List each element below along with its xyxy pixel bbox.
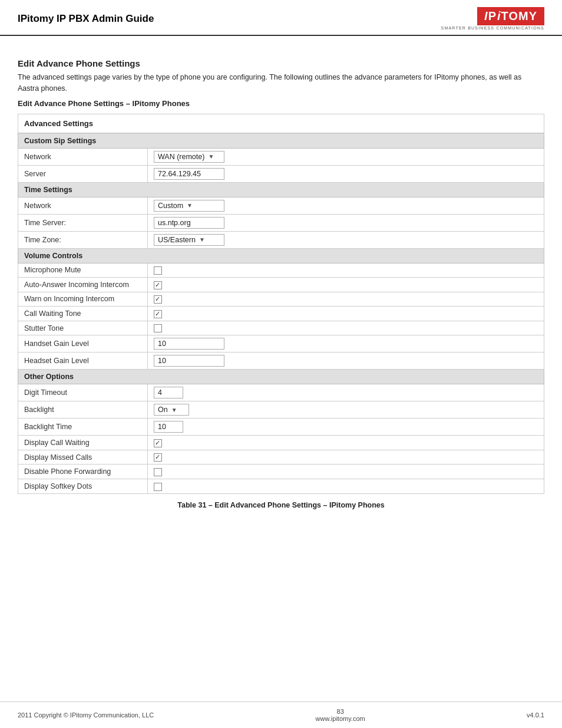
- page-header: IPitomy IP PBX Admin Guide I P i TOMY SM…: [0, 0, 562, 36]
- stutter-tone-checkbox[interactable]: [154, 324, 162, 332]
- table-row: Microphone Mute: [18, 263, 544, 278]
- table-row: Stutter Tone: [18, 321, 544, 335]
- field-value-microphone-mute: [148, 263, 544, 278]
- field-label-server: Server: [18, 165, 148, 182]
- section-title: Edit Advance Phone Settings: [18, 58, 544, 68]
- footer-center: 83 www.ipitomy.com: [316, 708, 365, 722]
- content-area: Edit Advance Phone Settings The advanced…: [0, 36, 562, 701]
- field-value-backlight-time: 10: [148, 419, 544, 436]
- field-label-disable-forwarding: Disable Phone Forwarding: [18, 465, 148, 479]
- field-value-time-zone: US/Eastern ▼: [148, 231, 544, 248]
- field-label-warn-intercom: Warn on Incoming Intercom: [18, 292, 148, 307]
- field-label-time-zone: Time Zone:: [18, 231, 148, 248]
- field-label-time-server: Time Server:: [18, 214, 148, 231]
- field-label-network-sip: Network: [18, 148, 148, 165]
- field-label-microphone-mute: Microphone Mute: [18, 263, 148, 278]
- field-value-display-softkey-dots: [148, 479, 544, 494]
- group-label-other-options: Other Options: [18, 370, 544, 384]
- field-value-backlight: On ▼: [148, 401, 544, 419]
- field-value-disable-forwarding: [148, 465, 544, 479]
- section-description: The advanced settings page varies by the…: [18, 72, 544, 94]
- group-header-custom-sip: Custom Sip Settings: [18, 133, 544, 149]
- table-row: Display Softkey Dots: [18, 479, 544, 494]
- handset-gain-input[interactable]: 10: [154, 338, 224, 350]
- table-row: Warn on Incoming Intercom: [18, 292, 544, 307]
- table-title-row: Advanced Settings: [18, 114, 544, 133]
- server-input[interactable]: 72.64.129.45: [154, 168, 224, 180]
- table-row: Backlight Time 10: [18, 419, 544, 436]
- table-row: Headset Gain Level 10: [18, 353, 544, 370]
- field-label-display-softkey-dots: Display Softkey Dots: [18, 479, 148, 494]
- dropdown-arrow-icon: ▼: [171, 407, 177, 413]
- group-label-custom-sip: Custom Sip Settings: [18, 133, 544, 149]
- call-waiting-tone-checkbox[interactable]: [154, 310, 162, 318]
- table-title: Advanced Settings: [18, 114, 544, 133]
- field-value-network-sip: WAN (remote) ▼: [148, 148, 544, 165]
- field-value-call-waiting-tone: [148, 307, 544, 321]
- field-value-time-server: us.ntp.org: [148, 214, 544, 231]
- field-label-stutter-tone: Stutter Tone: [18, 321, 148, 335]
- field-label-handset-gain: Handset Gain Level: [18, 335, 148, 353]
- table-caption: Table 31 – Edit Advanced Phone Settings …: [18, 501, 544, 509]
- table-row: Time Zone: US/Eastern ▼: [18, 231, 544, 248]
- field-label-display-missed-calls: Display Missed Calls: [18, 450, 148, 465]
- field-value-warn-intercom: [148, 292, 544, 307]
- display-call-waiting-checkbox[interactable]: [154, 439, 162, 447]
- table-row: Display Call Waiting: [18, 436, 544, 450]
- table-row: Display Missed Calls: [18, 450, 544, 465]
- backlight-select[interactable]: On ▼: [154, 404, 189, 416]
- dropdown-arrow-icon: ▼: [199, 236, 205, 243]
- field-label-digit-timeout: Digit Timeout: [18, 384, 148, 401]
- warn-intercom-checkbox[interactable]: [154, 295, 162, 304]
- display-missed-calls-checkbox[interactable]: [154, 453, 162, 462]
- table-row: Auto-Answer Incoming Intercom: [18, 278, 544, 292]
- field-label-call-waiting-tone: Call Waiting Tone: [18, 307, 148, 321]
- headset-gain-input[interactable]: 10: [154, 355, 224, 367]
- field-value-handset-gain: 10: [148, 335, 544, 353]
- disable-forwarding-checkbox[interactable]: [154, 468, 162, 476]
- table-row: Backlight On ▼: [18, 401, 544, 419]
- time-zone-select[interactable]: US/Eastern ▼: [154, 234, 224, 246]
- auto-answer-checkbox[interactable]: [154, 281, 162, 289]
- table-row: Network Custom ▼: [18, 197, 544, 214]
- settings-table: Advanced Settings Custom Sip Settings Ne…: [18, 114, 544, 494]
- table-row: Digit Timeout 4: [18, 384, 544, 401]
- logo-tagline: SMARTER BUSINESS COMMUNICATIONS: [441, 26, 544, 30]
- field-label-backlight-time: Backlight Time: [18, 419, 148, 436]
- field-label-backlight: Backlight: [18, 401, 148, 419]
- field-label-display-call-waiting: Display Call Waiting: [18, 436, 148, 450]
- field-label-headset-gain: Headset Gain Level: [18, 353, 148, 370]
- logo-container: I P i TOMY SMARTER BUSINESS COMMUNICATIO…: [441, 7, 544, 30]
- backlight-time-input[interactable]: 10: [154, 421, 183, 433]
- footer-page-number: 83: [316, 708, 365, 715]
- field-label-network-time: Network: [18, 197, 148, 214]
- field-value-auto-answer: [148, 278, 544, 292]
- field-value-server: 72.64.129.45: [148, 165, 544, 182]
- table-row: Server 72.64.129.45: [18, 165, 544, 182]
- field-value-display-call-waiting: [148, 436, 544, 450]
- network-time-select[interactable]: Custom ▼: [154, 200, 224, 212]
- dropdown-arrow-icon: ▼: [208, 153, 214, 160]
- network-sip-select[interactable]: WAN (remote) ▼: [154, 151, 224, 163]
- table-row: Network WAN (remote) ▼: [18, 148, 544, 165]
- footer-copyright: 2011 Copyright © IPitomy Communication, …: [18, 711, 154, 719]
- digit-timeout-input[interactable]: 4: [154, 387, 183, 398]
- footer-version: v4.0.1: [527, 711, 544, 719]
- field-value-network-time: Custom ▼: [148, 197, 544, 214]
- group-header-time-settings: Time Settings: [18, 182, 544, 197]
- table-row: Disable Phone Forwarding: [18, 465, 544, 479]
- group-label-time-settings: Time Settings: [18, 182, 544, 197]
- dropdown-arrow-icon: ▼: [187, 202, 193, 209]
- table-row: Call Waiting Tone: [18, 307, 544, 321]
- logo: I P i TOMY: [477, 7, 544, 25]
- group-label-volume-controls: Volume Controls: [18, 248, 544, 263]
- field-label-auto-answer: Auto-Answer Incoming Intercom: [18, 278, 148, 292]
- time-server-input[interactable]: us.ntp.org: [154, 217, 224, 229]
- page-title: IPitomy IP PBX Admin Guide: [18, 13, 154, 25]
- field-value-display-missed-calls: [148, 450, 544, 465]
- microphone-mute-checkbox[interactable]: [154, 266, 162, 275]
- page-footer: 2011 Copyright © IPitomy Communication, …: [0, 701, 562, 728]
- group-header-other-options: Other Options: [18, 370, 544, 384]
- field-value-stutter-tone: [148, 321, 544, 335]
- display-softkey-dots-checkbox[interactable]: [154, 483, 162, 491]
